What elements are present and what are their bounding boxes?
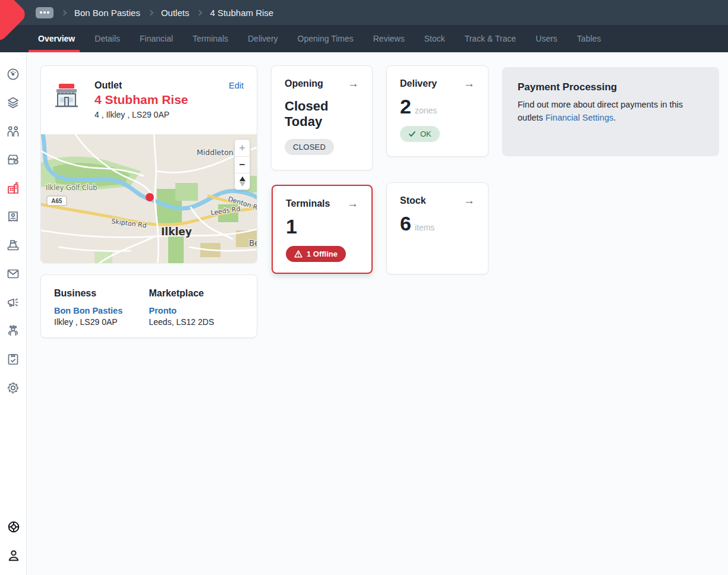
- lifebuoy-icon[interactable]: [7, 520, 21, 534]
- couriers-icon[interactable]: [6, 124, 20, 138]
- breadcrumb: Bon Bon Pasties Outlets 4 Stubham Rise: [36, 0, 273, 25]
- payment-title: Payment Processing: [518, 81, 704, 93]
- shop-location-icon[interactable]: [6, 153, 20, 167]
- person-icon[interactable]: [7, 548, 21, 563]
- tab-details[interactable]: Details: [94, 25, 120, 52]
- stock-card[interactable]: Stock → 6 items: [386, 182, 489, 274]
- delivery-ok-badge: OK: [400, 126, 440, 142]
- delivery-unit: zones: [415, 106, 437, 115]
- main-content: Outlet 4 Stubham Rise 4 , Ilkley , LS29 …: [27, 52, 728, 575]
- tab-users[interactable]: Users: [535, 25, 557, 52]
- tab-delivery[interactable]: Delivery: [248, 25, 278, 52]
- closed-badge: CLOSED: [285, 139, 334, 155]
- delivery-card[interactable]: Delivery → 2 zones OK: [386, 65, 489, 157]
- check-icon: [408, 130, 416, 138]
- compass-down-icon: [239, 182, 245, 187]
- payment-processing-card: Payment Processing Find out more about d…: [502, 67, 719, 156]
- opening-title: Opening: [285, 78, 323, 89]
- breadcrumb-business[interactable]: Bon Bon Pasties: [74, 8, 140, 18]
- map-label-ilkley: Ilkley: [161, 226, 192, 238]
- arrow-right-icon[interactable]: →: [348, 78, 359, 89]
- tab-overview[interactable]: Overview: [38, 25, 75, 52]
- breadcrumb-outlets[interactable]: Outlets: [161, 8, 190, 18]
- stock-title: Stock: [400, 195, 426, 206]
- business-link[interactable]: Bon Bon Pasties: [54, 306, 149, 315]
- team-icon[interactable]: [6, 324, 20, 338]
- financial-settings-link[interactable]: Financial Settings: [546, 113, 613, 122]
- terminals-count: 1: [286, 216, 297, 236]
- receipt-contact-icon[interactable]: [6, 210, 20, 224]
- buildings-icon[interactable]: [6, 181, 20, 195]
- map-zoom-out-button[interactable]: −: [235, 156, 250, 173]
- layers-icon[interactable]: [6, 96, 20, 110]
- map-road-badge-a65: A65: [47, 196, 67, 206]
- warning-icon: [294, 250, 302, 258]
- gauge-icon[interactable]: [6, 67, 20, 81]
- outlet-map[interactable]: Middleton Ilkley Golf Club Skipton Rd Il…: [41, 134, 257, 263]
- tab-terminals[interactable]: Terminals: [193, 25, 228, 52]
- ellipsis-icon[interactable]: [36, 7, 53, 18]
- outlet-address: 4 , Ilkley , LS29 0AP: [94, 110, 244, 119]
- compass-up-icon: [239, 176, 245, 181]
- breadcrumb-current[interactable]: 4 Stubham Rise: [210, 8, 273, 18]
- marketplace-address: Leeds, LS12 2DS: [149, 317, 244, 327]
- sidebar: [0, 52, 27, 575]
- marketplace-title: Marketplace: [149, 288, 244, 299]
- map-zoom-in-button[interactable]: +: [235, 140, 250, 156]
- tab-track-trace[interactable]: Track & Trace: [465, 25, 516, 52]
- chevron-right-icon: [197, 10, 203, 15]
- stock-count: 6: [400, 213, 411, 233]
- marketplace-link[interactable]: Pronto: [149, 306, 244, 315]
- delivery-title: Delivery: [400, 78, 437, 89]
- opening-status: Closed Today: [285, 99, 350, 129]
- map-label-middleton: Middleton: [197, 148, 234, 157]
- tab-stock[interactable]: Stock: [424, 25, 445, 52]
- map-controls: + −: [234, 139, 250, 190]
- business-address: Ilkley , LS29 0AP: [54, 317, 149, 327]
- svg-text:A65: A65: [51, 198, 62, 204]
- tab-reviews[interactable]: Reviews: [373, 25, 405, 52]
- clipboard-check-icon[interactable]: [6, 352, 20, 367]
- map-compass-button[interactable]: [235, 173, 250, 189]
- megaphone-icon[interactable]: [6, 295, 20, 309]
- terminals-title: Terminals: [286, 198, 330, 209]
- stock-unit: items: [415, 223, 434, 232]
- mail-icon[interactable]: [6, 267, 20, 281]
- chevron-right-icon: [61, 10, 67, 15]
- tab-financial[interactable]: Financial: [140, 25, 173, 52]
- map-marker-dot: [146, 193, 154, 201]
- chevron-right-icon: [147, 10, 153, 15]
- outlet-name: 4 Stubham Rise: [94, 93, 244, 107]
- terminals-offline-badge: 1 Offline: [286, 246, 346, 262]
- delivery-zones-count: 2: [400, 96, 411, 116]
- arrow-right-icon[interactable]: →: [464, 195, 475, 206]
- business-marketplace-card: Business Bon Bon Pasties Ilkley , LS29 0…: [40, 274, 257, 338]
- payment-description: Find out more about direct payments in t…: [518, 99, 704, 125]
- storefront-icon: [53, 82, 80, 112]
- tab-tables[interactable]: Tables: [577, 25, 601, 52]
- business-title: Business: [54, 288, 149, 299]
- tab-nav: Overview Details Financial Terminals Del…: [38, 25, 601, 52]
- tab-opening-times[interactable]: Opening Times: [298, 25, 354, 52]
- opening-card[interactable]: Opening → Closed Today CLOSED: [271, 65, 373, 170]
- cash-register-icon[interactable]: [6, 238, 20, 252]
- tab-bar: Overview Details Financial Terminals Del…: [0, 25, 728, 52]
- edit-outlet-link[interactable]: Edit: [229, 81, 244, 90]
- map-label-be: Be: [249, 238, 257, 248]
- outlet-label: Outlet: [94, 80, 244, 91]
- arrow-right-icon[interactable]: →: [464, 78, 475, 89]
- outlet-card: Outlet 4 Stubham Rise 4 , Ilkley , LS29 …: [40, 65, 257, 263]
- gear-icon[interactable]: [6, 381, 20, 395]
- arrow-right-icon[interactable]: →: [347, 198, 358, 209]
- map-label-golf-club: Ilkley Golf Club: [46, 184, 97, 192]
- terminals-card[interactable]: Terminals → 1 1 Offline: [272, 185, 373, 274]
